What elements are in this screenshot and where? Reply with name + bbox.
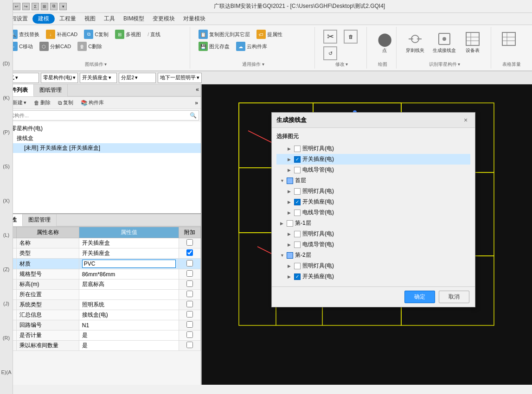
modal-tree-item[interactable]: ▶电线导管(电) <box>276 207 470 218</box>
table-row[interactable]: 6所在位置 <box>0 290 201 300</box>
sidebar-letter-j[interactable]: (J) <box>2 300 10 307</box>
modal-checkbox[interactable] <box>287 252 293 259</box>
modal-tree-item[interactable]: ▶照明灯具(电) <box>276 229 470 239</box>
table-row[interactable]: 5标高(m)层底标高 <box>0 280 201 290</box>
prop-extra-checkbox[interactable] <box>186 291 193 297</box>
btn-save-element[interactable]: 💾 图元存盘 <box>196 41 232 52</box>
table-row[interactable]: 10是否计量是 <box>0 330 201 341</box>
filter-component-type[interactable]: 零星构件(电) ▾ <box>41 73 78 83</box>
btn-supplement-cad[interactable]: ↓ 补画CAD <box>43 29 80 40</box>
prop-row-extra[interactable] <box>179 341 200 351</box>
btn-multiview[interactable]: ⊞ 多视图 <box>112 29 144 40</box>
sum-icon[interactable]: Σ <box>32 3 39 10</box>
modal-close-btn[interactable]: × <box>461 115 470 125</box>
sidebar-letter-z[interactable]: (Z) <box>2 266 10 273</box>
btn-pierce-clamp[interactable]: 穿刺线夹 <box>402 29 428 56</box>
prop-value-input[interactable] <box>82 260 176 268</box>
menu-modeling[interactable]: 建模 <box>32 14 55 24</box>
btn-equipment-table[interactable]: 设备表 <box>461 29 485 56</box>
search-input[interactable] <box>2 113 188 118</box>
modal-checkbox[interactable] <box>287 220 293 227</box>
table-row[interactable]: 4规格型号86mm*86mm <box>0 269 201 280</box>
prop-extra-checkbox[interactable] <box>186 331 193 338</box>
modal-checkbox[interactable]: ✓ <box>294 273 301 280</box>
prop-row-extra[interactable] <box>179 269 200 280</box>
modal-tree-item[interactable]: ▶✓开关插座(电) <box>276 154 470 165</box>
prop-row-value[interactable]: 照明系统 <box>79 300 179 310</box>
btn-decompose-cad[interactable]: ⬡ 分解CAD <box>37 41 74 52</box>
modal-checkbox[interactable] <box>287 178 293 184</box>
menu-change[interactable]: 变更模块 <box>149 14 179 24</box>
table-row[interactable]: 3材质 <box>0 259 201 269</box>
modal-checkbox[interactable] <box>294 231 301 237</box>
menu-quantities[interactable]: 工程量 <box>56 14 80 24</box>
btn-component-lib[interactable]: 📚 构件库 <box>78 98 107 107</box>
sidebar-letter-ea[interactable]: E)(A <box>0 369 13 376</box>
prop-row-extra[interactable] <box>179 300 200 310</box>
prop-extra-checkbox[interactable] <box>186 249 193 256</box>
redo-icon[interactable]: ↪ <box>22 3 30 10</box>
modal-tree-item[interactable]: ▶电线导管(电) <box>276 165 470 175</box>
filter-component-name[interactable]: 开关插座盒 ▾ <box>80 73 117 83</box>
btn-copy-element[interactable]: 📋 复制图元到其它层 <box>196 29 253 40</box>
menu-view[interactable]: 视图 <box>81 14 99 24</box>
prop-row-value[interactable]: 层底标高 <box>79 280 179 290</box>
table-row[interactable]: 11乘以标准间数量是 <box>0 341 201 351</box>
sidebar-letter-k[interactable]: (K) <box>2 94 11 102</box>
table-row[interactable]: 1名称开关插座盒 <box>0 238 201 248</box>
prop-row-value[interactable]: 是 <box>79 330 179 341</box>
expand-btn[interactable]: » <box>194 99 199 107</box>
undo-icon[interactable]: ↩ <box>13 3 20 10</box>
prop-extra-checkbox[interactable] <box>186 239 193 246</box>
prop-extra-checkbox[interactable] <box>186 270 193 277</box>
modal-tree-item[interactable]: ▶✓开关插座(电) <box>276 197 470 207</box>
prop-row-value[interactable]: N1 <box>79 320 179 330</box>
modal-checkbox[interactable] <box>294 146 301 152</box>
btn-c-copy[interactable]: ⧉ C复制 <box>81 29 111 40</box>
modal-tree-item[interactable]: ▶第-1层 <box>276 218 470 229</box>
modal-checkbox[interactable] <box>294 263 301 269</box>
sidebar-letter-r[interactable]: (R) <box>2 334 11 342</box>
tree-item-junction-box[interactable]: ▼ 接线盒 <box>0 133 201 143</box>
btn-line[interactable]: / 直线 <box>145 29 163 40</box>
modal-tree-item[interactable]: ▶照明灯具(电) <box>276 261 470 271</box>
table-row[interactable]: 7系统类型照明系统 <box>0 300 201 310</box>
btn-delete-component[interactable]: 🗑 删除 <box>31 98 53 107</box>
modal-checkbox[interactable] <box>294 210 301 216</box>
table-row[interactable]: 8汇总信息接线盒(电) <box>0 310 201 320</box>
menu-bim[interactable]: BIM模型 <box>120 14 148 24</box>
prop-extra-checkbox[interactable] <box>186 301 193 307</box>
more-icon[interactable]: ▾ <box>59 3 67 10</box>
menu-quantity-check[interactable]: 对量模块 <box>179 14 209 24</box>
prop-row-extra[interactable] <box>179 259 200 269</box>
prop-extra-checkbox[interactable] <box>186 280 193 287</box>
prop-row-extra[interactable] <box>179 280 200 290</box>
modal-checkbox[interactable] <box>294 188 301 195</box>
grid-icon[interactable]: ⊞ <box>41 3 48 10</box>
modal-checkbox[interactable]: ✓ <box>294 156 301 163</box>
panel-collapse-btn[interactable]: « <box>194 84 201 96</box>
modal-tree-item[interactable]: ▼首层 <box>276 175 470 186</box>
sidebar-letter-x[interactable]: (X) <box>2 197 11 204</box>
prop-row-value[interactable] <box>79 259 179 269</box>
modal-checkbox[interactable] <box>294 167 301 173</box>
sidebar-letter-p[interactable]: (P) <box>2 128 11 136</box>
sidebar-letter-d[interactable]: (D) <box>2 60 11 67</box>
modal-tree-item[interactable]: ▶照明灯具(电) <box>276 186 470 197</box>
tree-item-switch-socket[interactable]: [未用] 开关插座盒 [开关插座盒] <box>0 143 201 153</box>
tab-layer-management[interactable]: 图层管理 <box>23 214 57 226</box>
prop-row-value[interactable]: 开关插座盒 <box>79 238 179 248</box>
btn-cloud-lib[interactable]: ☁ 云构件库 <box>233 41 270 52</box>
btn-c-delete[interactable]: 🗑 C删除 <box>75 41 105 52</box>
modal-tree-item[interactable]: ▶电缆导管(电) <box>276 239 470 250</box>
btn-gen-junction-box[interactable]: 生成接线盒 <box>429 29 460 56</box>
modal-cancel-btn[interactable]: 取消 <box>439 291 469 303</box>
prop-row-value[interactable] <box>79 290 179 300</box>
prop-row-extra[interactable] <box>179 320 200 330</box>
prop-row-value[interactable]: 接线盒(电) <box>79 310 179 320</box>
prop-row-extra[interactable] <box>179 290 200 300</box>
sidebar-letter-s[interactable]: (S) <box>2 163 11 170</box>
filter-layer-split[interactable]: 分层2 ▾ <box>119 73 156 83</box>
prop-row-extra[interactable] <box>179 330 200 341</box>
prop-row-value[interactable]: 开关插座盒 <box>79 248 179 259</box>
